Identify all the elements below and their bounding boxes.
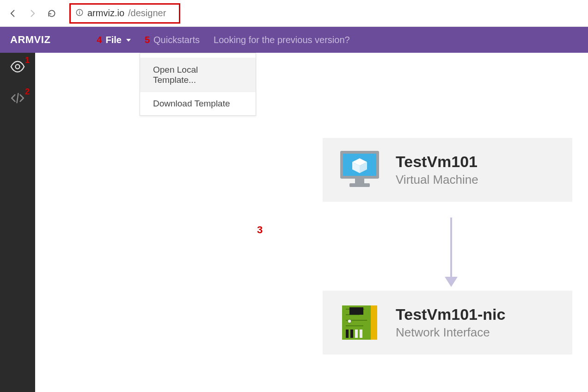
svg-point-3 (15, 64, 19, 68)
forward-button[interactable] (28, 9, 37, 18)
previous-version-label: Looking for the previous version? (214, 35, 350, 45)
svg-rect-2 (79, 12, 80, 14)
svg-rect-10 (349, 183, 370, 187)
nav-arrows (8, 9, 56, 18)
eye-icon (10, 59, 25, 76)
annotation-4: 4 (97, 35, 102, 45)
workspace: 1 2 Open Local Template... Download Temp… (0, 53, 588, 392)
previous-version-link[interactable]: Looking for the previous version? (214, 35, 350, 45)
resource-titles: TestVm101-nic Network Interface (396, 305, 505, 340)
svg-rect-16 (350, 330, 353, 338)
info-icon (75, 8, 84, 19)
annotation-1: 1 (25, 56, 30, 65)
code-icon (10, 90, 25, 108)
resource-type: Network Interface (396, 325, 505, 340)
view-designer-button[interactable]: 1 (8, 58, 27, 77)
brand-logo[interactable]: ARMVIZ (10, 34, 50, 46)
reload-button[interactable] (47, 9, 56, 18)
main-menu: 4 File 5 Quickstarts Looking for the pre… (97, 35, 349, 45)
menu-download-template[interactable]: Download Template (140, 92, 256, 115)
resource-type: Virtual Machine (396, 173, 478, 187)
menu-file[interactable]: 4 File (97, 35, 131, 45)
vm-icon (337, 148, 383, 192)
resource-titles: TestVm101 Virtual Machine (396, 153, 478, 187)
svg-rect-18 (360, 330, 362, 338)
app-header: ARMVIZ 4 File 5 Quickstarts Looking for … (0, 27, 588, 53)
menu-quickstarts-label: Quickstarts (153, 35, 200, 45)
designer-canvas[interactable]: Open Local Template... Download Template… (35, 53, 588, 392)
svg-point-14 (348, 319, 351, 323)
menu-file-label: File (105, 35, 121, 45)
connector-arrowhead-icon (445, 277, 458, 287)
annotation-3: 3 (257, 224, 263, 236)
menu-open-local-template[interactable]: Open Local Template... (140, 58, 256, 92)
caret-down-icon (126, 39, 131, 42)
view-code-button[interactable]: 2 (8, 90, 27, 108)
svg-point-1 (79, 11, 80, 12)
connector-line (450, 218, 452, 278)
left-rail: 1 2 (0, 53, 35, 392)
back-button[interactable] (8, 9, 18, 18)
svg-rect-15 (346, 330, 349, 338)
annotation-2: 2 (25, 87, 30, 97)
resource-card-vm[interactable]: TestVm101 Virtual Machine (323, 138, 572, 202)
svg-rect-17 (355, 330, 358, 338)
annotation-5: 5 (145, 35, 150, 45)
url-host: armviz.io (87, 8, 124, 19)
address-bar[interactable]: armviz.io/designer (69, 3, 180, 24)
svg-rect-9 (355, 179, 364, 183)
browser-toolbar: armviz.io/designer (0, 0, 588, 27)
svg-rect-13 (349, 307, 363, 315)
resource-name: TestVm101-nic (396, 305, 505, 324)
resource-name: TestVm101 (396, 153, 478, 171)
nic-icon (337, 301, 383, 344)
file-dropdown: Open Local Template... Download Template (140, 53, 256, 116)
menu-quickstarts[interactable]: 5 Quickstarts (145, 35, 200, 45)
resource-card-nic[interactable]: TestVm101-nic Network Interface (323, 291, 572, 355)
dropdown-spacer (140, 53, 256, 58)
url-path: /designer (128, 8, 166, 19)
